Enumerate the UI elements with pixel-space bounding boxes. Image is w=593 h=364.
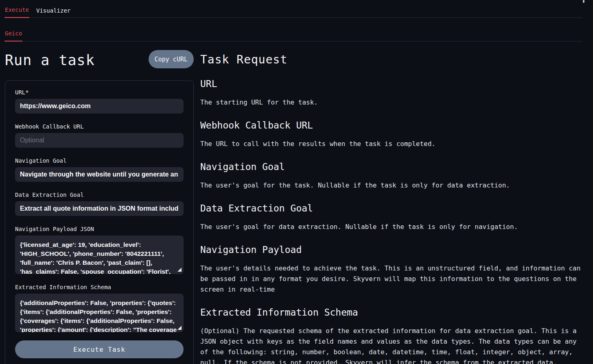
data-extraction-goal-input[interactable] [15,201,184,216]
navigation-payload-field-group: Navigation Payload JSON {'licensed_at_ag… [15,226,184,274]
docs-heading-data-extraction-goal: Data Extraction Goal [200,203,582,214]
url-field-group: URL* [15,89,184,113]
docs-heading-navigation-goal: Navigation Goal [200,161,582,172]
run-task-panel: Run a task Copy cURL URL* Webhook Callba… [5,41,194,364]
docs-heading-extracted-schema: Extracted Information Schema [200,307,582,318]
page-title: Run a task [5,52,95,68]
primary-tab-bar: Execute Visualizer [4,0,582,18]
tab-execute[interactable]: Execute [4,0,29,18]
docs-title: Task Request [200,53,582,66]
data-extraction-goal-label: Data Extraction Goal [15,192,184,198]
docs-body-navigation-goal: The user's goal for the task. Nullable i… [200,180,582,191]
navigation-goal-label: Navigation Goal [15,157,184,164]
webhook-input[interactable] [15,133,184,148]
docs-body-data-extraction-goal: The user's goal for data extraction. Nul… [200,222,582,232]
docs-body-extracted-schema: (Optional) The requested schema of the e… [200,326,582,364]
task-form-card: URL* Webhook Callback URL Navigation Goa… [5,81,194,364]
navigation-goal-input[interactable] [15,167,184,182]
copy-curl-button[interactable]: Copy cURL [149,50,194,68]
secondary-tab-bar: Geico [4,18,582,41]
webhook-field-group: Webhook Callback URL [15,123,184,148]
docs-heading-webhook: Webhook Callback URL [200,120,582,131]
data-extraction-goal-field-group: Data Extraction Goal [15,192,184,216]
tab-visualizer[interactable]: Visualizer [36,1,71,18]
run-task-header: Run a task Copy cURL [5,41,194,81]
url-input[interactable] [15,99,184,113]
extracted-schema-field-group: Extracted Information Schema {'additiona… [15,284,184,332]
extracted-schema-textarea-wrap: {'additionalProperties': False, 'propert… [15,294,184,332]
navigation-payload-label: Navigation Payload JSON [15,226,184,232]
url-label: URL* [15,89,184,96]
docs-body-navigation-payload: The user's details needed to achieve the… [200,263,582,295]
main-content: Run a task Copy cURL URL* Webhook Callba… [0,41,593,364]
extracted-schema-label: Extracted Information Schema [15,284,184,290]
tab-geico[interactable]: Geico [4,18,22,41]
docs-body-webhook: The URL to call with the results when th… [200,139,582,149]
execute-task-button[interactable]: Execute Task [15,340,184,358]
docs-body-url: The starting URL for the task. [200,97,582,108]
task-request-docs: Task Request URL The starting URL for th… [200,41,582,364]
navigation-payload-textarea-wrap: {'licensed_at_age': 19, 'education_level… [15,235,184,274]
webhook-label: Webhook Callback URL [15,123,184,130]
navigation-payload-textarea[interactable]: {'licensed_at_age': 19, 'education_level… [15,235,184,274]
navigation-goal-field-group: Navigation Goal [15,157,184,182]
page-scrollbar-thumb[interactable] [583,0,584,3]
extracted-schema-textarea[interactable]: {'additionalProperties': False, 'propert… [15,294,184,332]
docs-heading-navigation-payload: Navigation Payload [200,244,582,255]
docs-heading-url: URL [200,78,582,89]
